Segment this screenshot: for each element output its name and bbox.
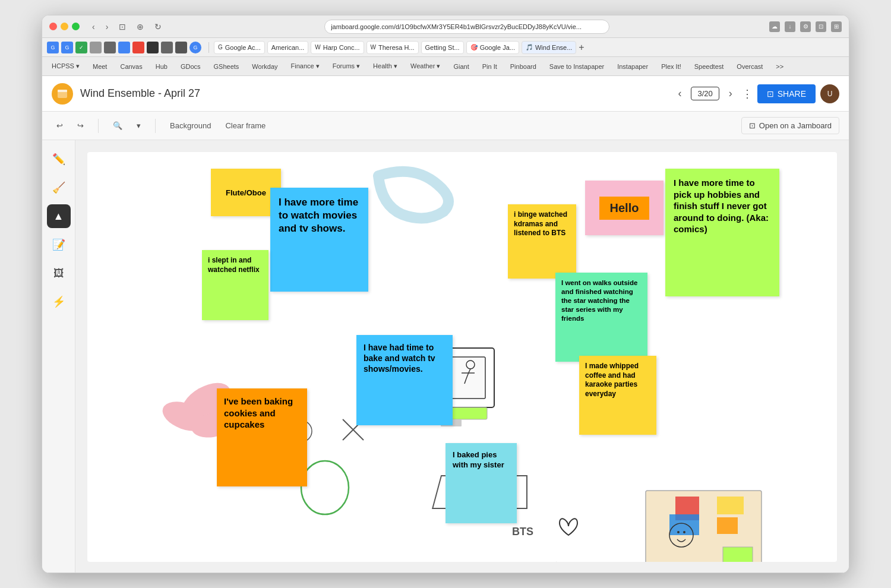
settings-icon[interactable]: ⚙ bbox=[800, 21, 811, 32]
sticky-hobbies[interactable]: I have more time to pick up hobbies and … bbox=[665, 169, 779, 296]
toolbar-right: ⊡ Open on a Jamboard bbox=[741, 117, 839, 134]
bm-icon-10[interactable] bbox=[175, 42, 187, 53]
download-icon[interactable]: ↓ bbox=[785, 21, 795, 32]
refresh-button[interactable]: ↻ bbox=[151, 21, 165, 33]
titlebar: ‹ › ⊡ ⊕ ↻ jamboard.google.com/d/1O9bcfwX… bbox=[42, 15, 849, 38]
more-options-button[interactable]: ⋮ bbox=[742, 87, 753, 100]
bookmark-american[interactable]: American... bbox=[267, 41, 309, 54]
nav-overcast[interactable]: Overcast bbox=[732, 62, 767, 71]
nav-gdocs[interactable]: GDocs bbox=[176, 62, 206, 71]
bm-icon-4[interactable] bbox=[90, 42, 102, 53]
nav-hcpss[interactable]: HCPSS bbox=[47, 61, 84, 71]
share-button[interactable]: ⊡ SHARE bbox=[757, 84, 816, 103]
external-link-icon: ⊡ bbox=[749, 121, 756, 130]
zoom-dropdown[interactable]: ▾ bbox=[132, 119, 146, 132]
bookmark-windense[interactable]: 🎵Wind Ense... bbox=[522, 41, 576, 54]
sticky-binge[interactable]: i binge watched kdramas and listened to … bbox=[508, 204, 576, 279]
nav-finance[interactable]: Finance bbox=[286, 61, 324, 71]
header-nav: ⋮ ⊡ SHARE U bbox=[742, 84, 839, 103]
bm-icon-8[interactable] bbox=[147, 42, 159, 53]
cloud-icon[interactable]: ☁ bbox=[769, 21, 780, 32]
pen-tool[interactable]: ✏️ bbox=[47, 147, 71, 171]
open-jamboard-button[interactable]: ⊡ Open on a Jamboard bbox=[741, 117, 839, 134]
bookmark-googleja[interactable]: 🎯Google Ja... bbox=[466, 41, 519, 54]
share-ext-icon[interactable]: ⊡ bbox=[816, 21, 826, 32]
bm-icon-3[interactable]: ✓ bbox=[75, 42, 87, 53]
bm-icon-6[interactable] bbox=[118, 42, 130, 53]
nav-hub[interactable]: Hub bbox=[151, 62, 172, 71]
sticky-baking[interactable]: I've been baking cookies and cupcakes bbox=[217, 388, 307, 486]
nav-weather[interactable]: Weather bbox=[406, 61, 445, 71]
sticky-coffee[interactable]: I made whipped coffee and had karaoke pa… bbox=[579, 356, 656, 435]
background-button[interactable]: Background bbox=[165, 119, 216, 132]
prev-page-button[interactable]: ‹ bbox=[675, 85, 684, 102]
zoom-button[interactable]: 🔍 bbox=[108, 119, 127, 132]
sticky-pies[interactable]: I baked pies with my sister bbox=[446, 443, 517, 523]
svg-point-3 bbox=[159, 396, 212, 437]
nav-more[interactable]: >> bbox=[771, 62, 788, 71]
sidebar-toggle[interactable]: ⊡ bbox=[116, 21, 129, 33]
add-bookmark-button[interactable]: + bbox=[579, 42, 584, 53]
select-tool[interactable]: ▲ bbox=[47, 204, 71, 228]
sticky-slept[interactable]: i slept in and watched netflix bbox=[202, 250, 268, 320]
avatar[interactable]: U bbox=[820, 84, 839, 103]
eraser-tool[interactable]: 🧹 bbox=[47, 176, 71, 200]
jamboard-canvas[interactable]: MiNy BTS bbox=[87, 152, 837, 562]
bookmark-harp[interactable]: WHarp Conc... bbox=[311, 41, 364, 54]
bookmark-theresa[interactable]: WTheresa H... bbox=[366, 41, 419, 54]
minimize-button[interactable] bbox=[61, 23, 68, 30]
sticky-movies[interactable]: I have more time to watch movies and tv … bbox=[270, 188, 368, 292]
toolbar-sep-2 bbox=[155, 119, 156, 133]
bm-icon-1[interactable]: G bbox=[47, 42, 59, 53]
forward-button[interactable]: › bbox=[103, 21, 112, 33]
page-indicator[interactable]: 3/20 bbox=[691, 87, 719, 100]
nav-speedtest[interactable]: Speedtest bbox=[690, 62, 729, 71]
nav-health[interactable]: Health bbox=[368, 61, 402, 71]
extensions-icon[interactable]: ⊞ bbox=[831, 21, 842, 32]
app-logo bbox=[52, 83, 73, 105]
bm-icon-7[interactable] bbox=[132, 42, 144, 53]
sticky-movies-text: I have more time to watch movies and tv … bbox=[279, 197, 358, 234]
nav-plexit[interactable]: Plex It! bbox=[656, 62, 686, 71]
undo-button[interactable]: ↩ bbox=[52, 119, 68, 132]
bm-icon-2[interactable]: G bbox=[61, 42, 73, 53]
nav-gsheets[interactable]: GSheets bbox=[209, 62, 244, 71]
back-button[interactable]: ‹ bbox=[89, 21, 98, 33]
clear-frame-button[interactable]: Clear frame bbox=[220, 119, 270, 132]
nav-meet[interactable]: Meet bbox=[88, 62, 112, 71]
url-text: jamboard.google.com/d/1O9bcfwXMr3Y5ER4b1… bbox=[331, 23, 582, 30]
svg-rect-1 bbox=[58, 90, 67, 92]
nav-giant[interactable]: Giant bbox=[448, 62, 473, 71]
bm-sep-1 bbox=[208, 42, 209, 53]
redo-button[interactable]: ↪ bbox=[72, 119, 89, 132]
nav-workday[interactable]: Workday bbox=[247, 62, 282, 71]
sticky-bake[interactable]: I have had time to bake and watch tv sho… bbox=[356, 335, 453, 425]
close-button[interactable] bbox=[49, 23, 57, 30]
nav-pinboard[interactable]: Pinboard bbox=[505, 62, 541, 71]
sticky-hello-outer[interactable]: Hello bbox=[585, 181, 663, 235]
nav-canvas[interactable]: Canvas bbox=[115, 62, 147, 71]
bookmark-getting[interactable]: Getting St... bbox=[421, 41, 464, 54]
maximize-button[interactable] bbox=[72, 23, 80, 30]
bm-icon-11[interactable]: G bbox=[189, 42, 201, 53]
sticky-note-tool[interactable]: 📝 bbox=[47, 233, 71, 257]
sticky-walks-text: I went on walks outside and finished wat… bbox=[561, 279, 637, 322]
open-jamboard-label: Open on a Jamboard bbox=[759, 121, 832, 130]
image-tool[interactable]: 🖼 bbox=[47, 261, 71, 285]
nav-forums[interactable]: Forums bbox=[328, 61, 365, 71]
nav-instapaper[interactable]: Instapaper bbox=[612, 62, 653, 71]
next-page-button[interactable]: › bbox=[726, 85, 735, 102]
url-bar[interactable]: jamboard.google.com/d/1O9bcfwXMr3Y5ER4b1… bbox=[324, 20, 609, 34]
browser-window: ‹ › ⊡ ⊕ ↻ jamboard.google.com/d/1O9bcfwX… bbox=[42, 15, 849, 573]
laser-tool[interactable]: ⚡ bbox=[47, 290, 71, 314]
sticky-hello-text: Hello bbox=[610, 201, 639, 214]
bm-icon-9[interactable] bbox=[161, 42, 173, 53]
nav-pinit[interactable]: Pin It bbox=[478, 62, 502, 71]
shield-icon[interactable]: ⊕ bbox=[134, 21, 147, 33]
nav-saveinstapaper[interactable]: Save to Instapaper bbox=[545, 62, 609, 71]
svg-rect-36 bbox=[717, 517, 738, 534]
sticky-walks[interactable]: I went on walks outside and finished wat… bbox=[555, 273, 647, 362]
bm-icon-5[interactable] bbox=[104, 42, 116, 53]
bookmark-google-ac[interactable]: GGoogle Ac... bbox=[214, 41, 265, 54]
sticky-slept-text: i slept in and watched netflix bbox=[208, 256, 260, 274]
